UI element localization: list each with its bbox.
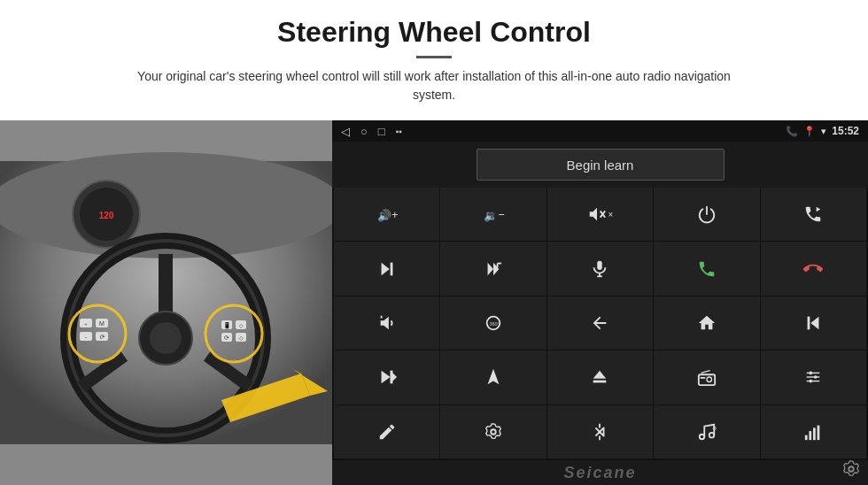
title-divider (416, 56, 452, 58)
content-row: 120 + M - ⟳ (0, 120, 868, 485)
svg-text:🔉: 🔉 (484, 209, 499, 223)
wifi-icon: ▾ (821, 126, 826, 137)
skip-back-button[interactable] (761, 296, 866, 350)
phone-prev-button[interactable] (761, 188, 866, 241)
svg-point-71 (700, 435, 705, 440)
power-button[interactable] (654, 188, 759, 241)
status-bar-right: 📞 📍 ▾ 15:52 (786, 125, 859, 137)
next-track-button[interactable] (334, 242, 439, 295)
svg-text:+: + (84, 321, 88, 327)
location-icon: 📍 (803, 126, 816, 137)
svg-point-59 (707, 377, 712, 382)
svg-marker-39 (488, 262, 493, 275)
svg-marker-55 (488, 369, 500, 384)
svg-marker-36 (817, 207, 821, 212)
svg-text:120: 120 (99, 211, 114, 220)
svg-rect-38 (390, 262, 392, 275)
begin-learn-row: Begin learn (332, 142, 868, 188)
page-title: Steering Wheel Control (53, 16, 815, 49)
radio-button[interactable] (654, 350, 759, 404)
svg-marker-53 (381, 371, 390, 384)
svg-marker-37 (381, 262, 389, 275)
back-arrow-icon[interactable]: ◁ (341, 125, 350, 138)
svg-rect-77 (818, 425, 820, 440)
steering-wheel-area: 120 + M - ⟳ (0, 120, 332, 485)
bluetooth-button[interactable] (547, 405, 653, 458)
phone-status-icon: 📞 (786, 126, 798, 137)
svg-text:⟳: ⟳ (99, 334, 105, 340)
svg-point-66 (814, 376, 818, 380)
svg-rect-75 (810, 431, 812, 440)
svg-line-61 (701, 371, 709, 373)
begin-learn-button[interactable]: Begin learn (477, 149, 725, 181)
subtitle-text: Your original car's steering wheel contr… (115, 67, 753, 104)
svg-point-68 (491, 429, 496, 435)
horn-button[interactable] (334, 296, 439, 350)
svg-rect-60 (701, 377, 706, 379)
icon-grid: 🔊 + 🔉 − × (332, 188, 868, 460)
svg-point-65 (810, 372, 813, 375)
music-button[interactable]: ⚙ (654, 405, 759, 458)
svg-rect-74 (805, 435, 808, 440)
navigation-button[interactable] (440, 350, 546, 404)
svg-text:⟳: ⟳ (224, 335, 229, 341)
status-bar: ◁ ○ □ ▪▪ 📞 📍 ▾ 15:52 (332, 120, 868, 142)
bottom-bar: Seicane (332, 460, 868, 485)
svg-text:⚙: ⚙ (711, 426, 716, 431)
page-container: Steering Wheel Control Your original car… (0, 0, 868, 485)
svg-text:360°: 360° (490, 321, 500, 327)
svg-text:◇: ◇ (239, 335, 244, 341)
recents-icon[interactable]: □ (378, 125, 385, 138)
android-screen: ◁ ○ □ ▪▪ 📞 📍 ▾ 15:52 Begin learn (332, 120, 868, 485)
svg-text:M: M (99, 320, 105, 327)
seicane-watermark: Seicane (563, 464, 636, 482)
eject-button[interactable] (547, 350, 653, 404)
svg-point-11 (150, 322, 182, 354)
settings-button[interactable] (440, 405, 546, 458)
svg-rect-57 (593, 381, 607, 383)
svg-point-72 (709, 433, 715, 438)
mute-button[interactable]: × (547, 188, 653, 241)
hang-up-button[interactable] (761, 242, 866, 295)
battery-signal-icon: ▪▪ (396, 127, 402, 136)
skip-fwd-button[interactable] (334, 350, 439, 404)
status-bar-left: ◁ ○ □ ▪▪ (341, 125, 402, 138)
phone-button[interactable] (654, 242, 759, 295)
bars-button[interactable] (761, 405, 866, 458)
vol-down-button[interactable]: 🔉 − (440, 188, 546, 241)
home-button[interactable] (654, 296, 759, 350)
svg-rect-76 (813, 427, 816, 440)
svg-rect-43 (598, 260, 603, 269)
ff-mute-button[interactable] (440, 242, 546, 295)
svg-rect-51 (808, 317, 810, 330)
svg-point-78 (849, 466, 854, 472)
home-circle-icon[interactable]: ○ (360, 125, 368, 138)
svg-text:📱: 📱 (223, 321, 231, 329)
microphone-button[interactable] (547, 242, 653, 295)
svg-point-67 (810, 380, 813, 383)
360-cam-button[interactable]: 360° (440, 296, 546, 350)
header-section: Steering Wheel Control Your original car… (0, 0, 868, 113)
svg-text:🔊: 🔊 (377, 209, 392, 223)
steering-wheel-svg: 120 + M - ⟳ (0, 120, 332, 485)
pen-button[interactable] (334, 405, 439, 458)
svg-marker-50 (811, 317, 819, 330)
svg-marker-46 (380, 317, 388, 330)
settings-gear-icon[interactable] (841, 459, 861, 483)
back-button[interactable] (547, 296, 653, 350)
svg-marker-54 (390, 371, 396, 384)
time-display: 15:52 (832, 125, 859, 137)
eq-button[interactable] (761, 350, 866, 404)
svg-text:◇: ◇ (239, 323, 244, 328)
svg-marker-56 (593, 371, 607, 379)
vol-up-button[interactable]: 🔊 + (334, 188, 439, 241)
